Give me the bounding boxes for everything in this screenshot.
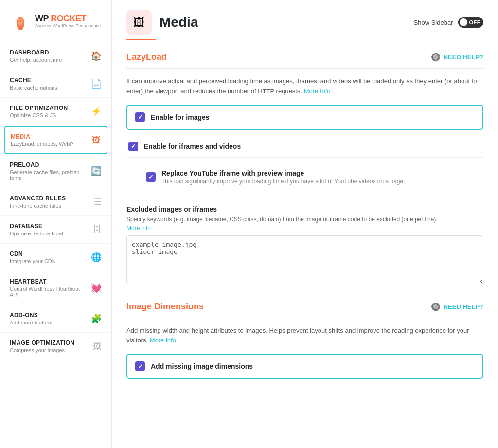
image-dimensions-description: Add missing width and height attributes …	[126, 326, 483, 346]
checkbox-add-dimensions[interactable]	[135, 361, 145, 371]
sidebar-item-media[interactable]: MEDIA LazyLoad, embeds, WebP 🖼	[4, 126, 107, 154]
toggle-knob	[460, 18, 467, 26]
excluded-label: Excluded images or iframes	[126, 205, 483, 213]
sidebar-item-icon-cache: 📄	[91, 78, 102, 89]
sidebar-item-preload[interactable]: PRELOAD Generate cache files, preload fo…	[0, 155, 111, 188]
sidebar-item-sub-file-optimization: Optimize CSS & JS	[10, 112, 87, 118]
sidebar-item-sub-cache: Basic cache options	[10, 85, 87, 90]
sidebar-item-database[interactable]: DATABASE Optimize, reduce bloat 🗄	[0, 216, 111, 244]
image-dimensions-divider	[126, 318, 483, 318]
sidebar-item-sub-database: Optimize, reduce bloat	[10, 231, 89, 236]
excluded-textarea[interactable]: example-image.jpg slider-image	[126, 235, 483, 284]
sidebar: WP ROCKET Superior WordPress Performance…	[0, 0, 112, 448]
replace-youtube-text: Replace YouTube iframe with preview imag…	[161, 169, 405, 185]
svg-rect-4	[19, 27, 22, 29]
excluded-more-info-link[interactable]: More info	[126, 225, 151, 232]
page-header: 🖼 Media Show Sidebar OFF	[112, 0, 498, 35]
option-label-replace-youtube: Replace YouTube iframe with preview imag…	[161, 169, 405, 177]
excluded-desc: Specify keywords (e.g. image filename, C…	[126, 215, 483, 233]
sidebar-item-text-preload: PRELOAD Generate cache files, preload fo…	[10, 161, 87, 181]
toggle-state-label: OFF	[469, 19, 481, 25]
sidebar-item-title-add-ons: ADD-ONS	[10, 312, 87, 319]
sidebar-item-cdn[interactable]: CDN Integrate your CDN 🌐	[0, 244, 111, 271]
sidebar-item-icon-preload: 🔄	[91, 166, 102, 177]
image-dimensions-need-help[interactable]: 🔘 NEED HELP?	[431, 302, 483, 311]
image-dimensions-need-help-label: NEED HELP?	[444, 303, 483, 310]
sidebar-nav: DASHBOARD Get help, account info 🏠 CACHE…	[0, 42, 111, 360]
sidebar-item-image-optimization[interactable]: IMAGE OPTIMIZATION Compress your images …	[0, 333, 111, 360]
excluded-section: Excluded images or iframes Specify keywo…	[126, 199, 483, 286]
image-dimensions-title: Image Dimensions	[126, 302, 204, 312]
sidebar-item-text-file-optimization: FILE OPTIMIZATION Optimize CSS & JS	[10, 105, 87, 118]
page-title-area: 🖼 Media	[126, 10, 198, 35]
sidebar-item-text-image-optimization: IMAGE OPTIMIZATION Compress your images	[10, 340, 89, 353]
sidebar-item-sub-heartbeat: Control WordPress Heartbeat API	[10, 286, 87, 298]
image-dimensions-section-header: Image Dimensions 🔘 NEED HELP?	[126, 302, 483, 312]
sidebar-item-title-file-optimization: FILE OPTIMIZATION	[10, 105, 87, 111]
option-row-replace-youtube: Replace YouTube iframe with preview imag…	[126, 163, 483, 191]
checkbox-enable-iframes[interactable]	[128, 142, 138, 151]
sidebar-item-sub-add-ons: Add more features	[10, 320, 87, 325]
sidebar-item-title-cache: CACHE	[10, 77, 87, 84]
sidebar-item-sub-advanced-rules: Fine-tune cache rules	[10, 203, 90, 209]
logo-area: WP ROCKET Superior WordPress Performance	[0, 0, 111, 42]
sidebar-item-file-optimization[interactable]: FILE OPTIMIZATION Optimize CSS & JS ⚡	[0, 98, 111, 125]
sidebar-item-sub-cdn: Integrate your CDN	[10, 258, 87, 264]
show-sidebar-label: Show Sidebar	[414, 19, 453, 26]
sidebar-item-title-database: DATABASE	[10, 223, 89, 230]
sidebar-item-text-dashboard: DASHBOARD Get help, account info	[10, 49, 87, 63]
image-dimensions-section: Image Dimensions 🔘 NEED HELP? Add missin…	[126, 302, 483, 379]
option-label-enable-iframes: Enable for iframes and videos	[144, 143, 241, 150]
sidebar-item-title-image-optimization: IMAGE OPTIMIZATION	[10, 340, 89, 346]
sidebar-item-icon-media: 🖼	[92, 135, 101, 145]
sidebar-item-text-cache: CACHE Basic cache options	[10, 77, 87, 90]
sidebar-item-text-media: MEDIA LazyLoad, embeds, WebP	[11, 133, 88, 147]
sidebar-toggle-switch[interactable]: OFF	[458, 17, 484, 28]
sidebar-item-cache[interactable]: CACHE Basic cache options 📄	[0, 70, 111, 98]
option-label-add-dimensions: Add missing image dimensions	[151, 362, 253, 370]
sidebar-item-text-cdn: CDN Integrate your CDN	[10, 251, 87, 264]
sidebar-item-sub-image-optimization: Compress your images	[10, 347, 89, 353]
option-row-enable-images: Enable for images	[126, 105, 483, 130]
checkbox-enable-images[interactable]	[135, 112, 145, 122]
logo-wrap: WP ROCKET Superior WordPress Performance	[10, 11, 102, 32]
lazyload-need-help[interactable]: 🔘 NEED HELP?	[431, 53, 483, 62]
image-dimensions-more-info-link[interactable]: More info	[150, 337, 176, 344]
lazyload-more-info-link[interactable]: More Info	[304, 88, 331, 95]
sidebar-item-heartbeat[interactable]: HEARTBEAT Control WordPress Heartbeat AP…	[0, 271, 111, 305]
sidebar-item-advanced-rules[interactable]: ADVANCED RULES Fine-tune cache rules ☰	[0, 188, 111, 216]
lazyload-title: LazyLoad	[126, 52, 167, 62]
option-row-add-dimensions: Add missing image dimensions	[126, 354, 483, 379]
need-help-icon-2: 🔘	[431, 302, 441, 311]
sidebar-item-sub-dashboard: Get help, account info	[10, 57, 87, 63]
sidebar-item-title-heartbeat: HEARTBEAT	[10, 278, 87, 285]
sidebar-item-icon-dashboard: 🏠	[91, 51, 102, 61]
wp-rocket-logo-icon	[10, 11, 31, 32]
lazyload-section-header: LazyLoad 🔘 NEED HELP?	[126, 52, 483, 62]
sidebar-item-icon-database: 🗄	[93, 225, 102, 235]
sidebar-item-title-advanced-rules: ADVANCED RULES	[10, 195, 90, 202]
sidebar-item-add-ons[interactable]: ADD-ONS Add more features 🧩	[0, 305, 111, 333]
checkbox-replace-youtube[interactable]	[146, 172, 156, 182]
sidebar-item-title-media: MEDIA	[11, 133, 88, 140]
lazyload-need-help-label: NEED HELP?	[444, 54, 483, 61]
sidebar-item-icon-file-optimization: ⚡	[91, 106, 102, 117]
sidebar-item-icon-advanced-rules: ☰	[94, 197, 102, 207]
sidebar-item-icon-image-optimization: 🖼	[93, 341, 102, 352]
logo-text: WP ROCKET Superior WordPress Performance	[35, 14, 101, 29]
sidebar-item-text-database: DATABASE Optimize, reduce bloat	[10, 223, 89, 236]
option-sub-replace-youtube: This can significantly improve your load…	[161, 178, 405, 185]
need-help-icon: 🔘	[431, 53, 441, 62]
option-row-enable-iframes: Enable for iframes and videos	[126, 136, 483, 158]
main-content: 🖼 Media Show Sidebar OFF LazyLoad 🔘 NEED…	[112, 0, 498, 448]
sidebar-item-text-advanced-rules: ADVANCED RULES Fine-tune cache rules	[10, 195, 90, 209]
lazyload-divider	[126, 68, 483, 69]
sidebar-item-dashboard[interactable]: DASHBOARD Get help, account info 🏠	[0, 42, 111, 70]
lazyload-description: It can improve actual and perceived load…	[126, 76, 483, 97]
sidebar-item-text-add-ons: ADD-ONS Add more features	[10, 312, 87, 325]
sidebar-toggle-area: Show Sidebar OFF	[414, 17, 483, 28]
logo-tagline: Superior WordPress Performance	[35, 24, 101, 29]
sidebar-item-title-cdn: CDN	[10, 251, 87, 257]
content-area: LazyLoad 🔘 NEED HELP? It can improve act…	[112, 40, 498, 448]
logo-wp-rocket: WP ROCKET	[35, 14, 101, 24]
